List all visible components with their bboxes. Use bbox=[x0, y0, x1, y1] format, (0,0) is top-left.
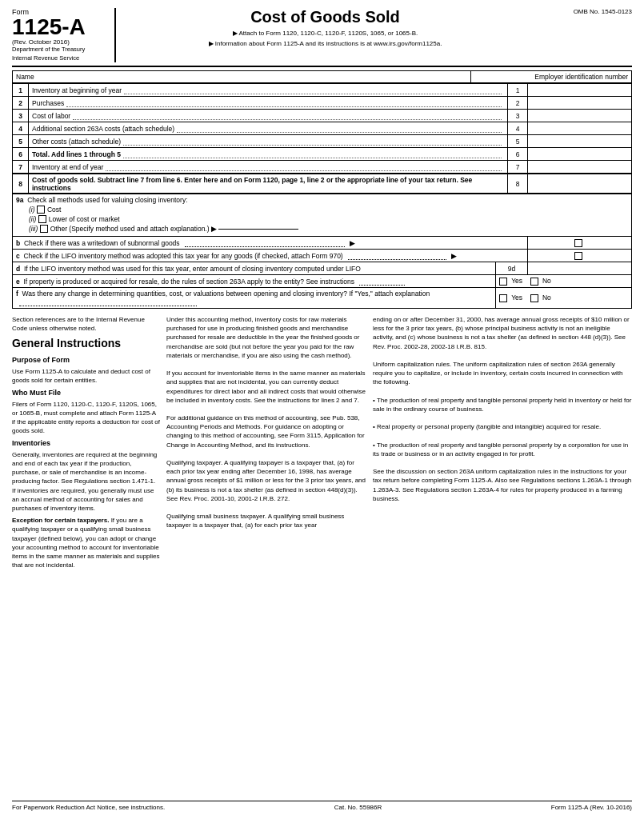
line9e-dots bbox=[359, 277, 405, 286]
table-row: f Was there any change in determining qu… bbox=[13, 288, 632, 309]
line9e-yesno: Yes No bbox=[496, 275, 632, 288]
line9d-input[interactable] bbox=[528, 262, 632, 275]
attach-line1: ▶ Attach to Form 1120, 1120-C, 1120-F, 1… bbox=[122, 30, 528, 37]
checkbox-lower[interactable] bbox=[38, 215, 46, 223]
line9a-label: Check all methods used for valuing closi… bbox=[27, 196, 187, 204]
checkbox-9c[interactable] bbox=[574, 252, 582, 260]
line3-box: 3 bbox=[508, 110, 528, 122]
instructions-mid-col: Under this accounting method, inventory … bbox=[166, 315, 366, 569]
footer-cat: Cat. No. 55986R bbox=[334, 804, 382, 811]
section9-table: 9a Check all methods used for valuing cl… bbox=[12, 194, 632, 309]
option-other-row: (iii) Other (Specify method used and att… bbox=[29, 225, 628, 233]
checkbox-9e-yes[interactable] bbox=[499, 278, 507, 286]
line3-dots bbox=[73, 119, 502, 120]
checkbox-9f-no[interactable] bbox=[530, 294, 538, 302]
line7-label-text: Inventory at end of year bbox=[32, 163, 103, 171]
table-row: d If the LIFO inventory method was used … bbox=[13, 262, 632, 275]
line9c-cell: c Check if the LIFO inventory method was… bbox=[13, 250, 528, 262]
line9b-label: Check if there was a writedown of subnor… bbox=[24, 239, 180, 247]
attach-line2: ▶ Information about Form 1125-A and its … bbox=[122, 40, 528, 47]
purpose-heading: Purpose of Form bbox=[12, 355, 160, 366]
line9f-dots bbox=[19, 298, 197, 306]
line9a-options: (i) Cost (ii) Lower of cost or market (i… bbox=[29, 206, 628, 233]
line6-label-text: Total. Add lines 1 through 5 bbox=[32, 150, 121, 158]
exception-heading: Exception for certain taxpayers. bbox=[12, 517, 109, 524]
line4-desc: Additional section 263A costs (attach sc… bbox=[29, 122, 508, 135]
line6-input[interactable] bbox=[528, 148, 632, 161]
exception-text: If you are a qualifying taxpayer or a qu… bbox=[12, 517, 160, 569]
table-row: 5Other costs (attach schedule)5 bbox=[13, 135, 632, 148]
line9b-checkbox[interactable] bbox=[528, 237, 632, 250]
line9c-checkbox[interactable] bbox=[528, 250, 632, 262]
general-instructions-heading: General Instructions bbox=[12, 336, 160, 352]
line8-input[interactable] bbox=[528, 174, 632, 194]
col3-text: ending on or after December 31, 2000, ha… bbox=[373, 315, 632, 503]
checkbox-9f-yes[interactable] bbox=[499, 294, 507, 302]
inventories-text: Generally, inventories are required at t… bbox=[12, 450, 160, 513]
table-row: 1Inventory at beginning of year1 bbox=[13, 84, 632, 97]
line3-desc: Cost of labor bbox=[29, 110, 508, 122]
line1-num: 1 bbox=[13, 84, 29, 97]
line9b-dots bbox=[185, 238, 345, 247]
line6-dots bbox=[123, 158, 502, 158]
line7-desc: Inventory at end of year bbox=[29, 161, 508, 174]
line5-num: 5 bbox=[13, 135, 29, 148]
line9e-no: No bbox=[542, 277, 551, 285]
checkbox-other[interactable] bbox=[40, 225, 48, 233]
instructions-right-col: ending on or after December 31, 2000, ha… bbox=[373, 315, 632, 569]
line5-dots bbox=[123, 145, 502, 146]
line4-dots bbox=[177, 132, 502, 133]
who-must-heading: Who Must File bbox=[12, 388, 160, 398]
line9c-dots bbox=[348, 251, 446, 260]
line8-box: 8 bbox=[508, 174, 528, 194]
line9f-cell: f Was there any change in determining qu… bbox=[13, 288, 496, 309]
table-row: 6Total. Add lines 1 through 56 bbox=[13, 148, 632, 161]
line2-num: 2 bbox=[13, 97, 29, 110]
line2-input[interactable] bbox=[528, 97, 632, 110]
checkbox-9e-no[interactable] bbox=[530, 278, 538, 286]
line4-box: 4 bbox=[508, 122, 528, 135]
line4-label-text: Additional section 263A costs (attach sc… bbox=[32, 125, 174, 133]
line2-desc: Purchases bbox=[29, 97, 508, 110]
other-specify-input[interactable] bbox=[218, 229, 298, 230]
option-lower-row: (ii) Lower of cost or market bbox=[29, 215, 628, 223]
line7-box: 7 bbox=[508, 161, 528, 174]
line9f-yes: Yes bbox=[511, 294, 522, 302]
line7-dots bbox=[106, 170, 502, 171]
line6-box: 6 bbox=[508, 148, 528, 161]
inventories-heading: Inventories bbox=[12, 438, 160, 449]
line1-dots bbox=[124, 94, 502, 94]
line6-desc: Total. Add lines 1 through 5 bbox=[29, 148, 508, 161]
footer-right: Form 1125-A (Rev. 10-2016) bbox=[551, 804, 632, 811]
option-cost-label: Cost bbox=[47, 206, 61, 214]
form-rev: (Rev. October 2016) bbox=[12, 38, 108, 46]
line5-desc: Other costs (attach schedule) bbox=[29, 135, 508, 148]
agency-line2: Internal Revenue Service bbox=[12, 54, 108, 63]
table-row: 8 Cost of goods sold. Subtract line 7 fr… bbox=[13, 174, 632, 194]
line7-input[interactable] bbox=[528, 161, 632, 174]
line9a-cell: 9a Check all methods used for valuing cl… bbox=[13, 194, 632, 237]
line9e-yes: Yes bbox=[511, 277, 522, 285]
checkbox-9b[interactable] bbox=[574, 239, 582, 247]
line5-input[interactable] bbox=[528, 135, 632, 148]
line9f-label: Was there any change in determining quan… bbox=[22, 290, 430, 298]
table-row: 2Purchases2 bbox=[13, 97, 632, 110]
line8-num: 8 bbox=[13, 174, 29, 194]
agency-line1: Department of the Treasury bbox=[12, 46, 108, 54]
line4-input[interactable] bbox=[528, 122, 632, 135]
checkbox-cost[interactable] bbox=[37, 206, 45, 214]
line4-num: 4 bbox=[13, 122, 29, 135]
line5-label-text: Other costs (attach schedule) bbox=[32, 138, 121, 146]
line1-input[interactable] bbox=[528, 84, 632, 97]
line6-num: 6 bbox=[13, 148, 29, 161]
line2-dots bbox=[66, 106, 502, 107]
line9f-no: No bbox=[542, 294, 551, 302]
form-id-block: Form 1125-A (Rev. October 2016) Departme… bbox=[12, 8, 116, 62]
instructions-left-col: Section references are to the Internal R… bbox=[12, 315, 160, 569]
line8-desc: Cost of goods sold. Subtract line 7 from… bbox=[29, 174, 508, 194]
form-title: Cost of Goods Sold bbox=[122, 8, 528, 26]
header-center: Cost of Goods Sold ▶ Attach to Form 1120… bbox=[122, 8, 528, 47]
line3-input[interactable] bbox=[528, 110, 632, 122]
purpose-text: Use Form 1125-A to calculate and deduct … bbox=[12, 367, 160, 385]
exception-block: Exception for certain taxpayers. If you … bbox=[12, 516, 160, 569]
